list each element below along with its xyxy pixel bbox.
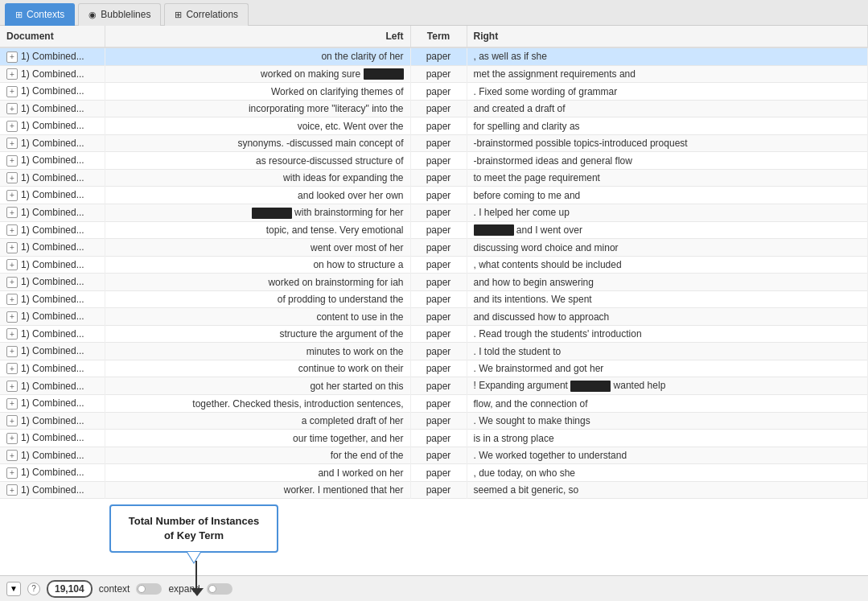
contexts-icon: ⊞ [15,10,23,20]
bottom-bar: ▼ ? 19,104 context expand Total Number o… [0,575,868,601]
doc-cell: +1) Combined... [0,274,105,291]
doc-cell: +1) Combined... [0,221,105,239]
table-row: +1) Combined...content to use in thepape… [0,308,868,326]
doc-label: 1) Combined... [21,328,84,340]
doc-cell: +1) Combined... [0,377,105,395]
doc-cell: +1) Combined... [0,308,105,326]
doc-cell: +1) Combined... [0,325,105,343]
term-cell: paper [410,481,467,499]
doc-label: 1) Combined... [21,51,84,62]
left-cell: went over most of her [105,239,410,257]
table-row: +1) Combined...incorporating more "liter… [0,100,868,117]
help-button[interactable]: ? [27,582,40,595]
right-cell: . I told the student to [467,343,868,360]
row-expand-btn[interactable]: + [6,103,18,114]
right-cell: seemed a bit generic, so [467,481,868,499]
term-cell: paper [410,117,467,135]
left-cell: on the clarity of her [105,47,410,65]
term-cell: paper [410,100,467,117]
term-cell: paper [410,290,467,308]
right-cell: . I helped her come up [467,204,868,221]
row-expand-btn[interactable]: + [6,138,18,149]
right-cell: -brainstormed possible topics-introduced… [467,134,868,152]
row-expand-btn[interactable]: + [6,224,18,236]
doc-label: 1) Combined... [21,397,84,409]
term-cell: paper [410,412,467,430]
table-row: +1) Combined...a completed draft of herp… [0,412,868,430]
term-cell: paper [410,187,467,204]
term-cell: paper [410,325,467,343]
row-expand-btn[interactable]: + [6,277,18,288]
row-expand-btn[interactable]: + [6,484,18,496]
row-expand-btn[interactable]: + [6,381,18,392]
row-expand-btn[interactable]: + [6,328,18,340]
row-expand-btn[interactable]: + [6,121,18,132]
right-cell: and created a draft of [467,100,868,117]
right-cell: , what contents should be included [467,256,868,274]
bubblelines-icon: ◉ [88,10,97,20]
right-cell: . Fixed some wording of grammar [467,83,868,101]
doc-cell: +1) Combined... [0,360,105,377]
row-expand-btn[interactable]: + [6,172,18,183]
doc-label: 1) Combined... [21,224,84,236]
left-cell: continue to work on their [105,360,410,377]
row-expand-btn[interactable]: + [6,242,18,253]
left-cell: got her started on this [105,377,410,395]
correlations-icon: ⊞ [175,10,182,20]
table-row: +1) Combined...on the clarity of herpape… [0,47,868,65]
term-cell: paper [410,134,467,152]
row-expand-btn[interactable]: + [6,346,18,357]
row-expand-btn[interactable]: + [6,433,18,444]
row-expand-btn[interactable]: + [6,294,18,305]
row-expand-btn[interactable]: + [6,51,18,63]
table-row: +1) Combined...as resource-discussed str… [0,152,868,170]
doc-label: 1) Combined... [21,381,84,392]
row-expand-btn[interactable]: + [6,259,18,270]
row-expand-btn[interactable]: + [6,398,18,410]
table-row: +1) Combined...voice, etc. Went over the… [0,117,868,135]
expand-toggle[interactable] [207,583,232,595]
context-label: context [99,583,130,595]
term-cell: paper [410,395,467,413]
col-header-term: Term [410,26,467,47]
table-row: +1) Combined...for the end of thepaper. … [0,447,868,464]
row-expand-btn[interactable]: + [6,68,18,80]
doc-cell: +1) Combined... [0,169,105,187]
left-cell: and I worked on her [105,464,410,482]
redacted-text [252,208,292,219]
table-row: +1) Combined...Worked on clarifying them… [0,83,868,101]
left-cell: with ideas for expanding the [105,169,410,187]
doc-cell: +1) Combined... [0,187,105,204]
term-cell: paper [410,308,467,326]
chevron-down-btn[interactable]: ▼ [6,582,21,596]
doc-cell: +1) Combined... [0,239,105,257]
row-expand-btn[interactable]: + [6,190,18,201]
doc-cell: +1) Combined... [0,481,105,499]
left-cell: a completed draft of her [105,412,410,430]
right-cell: and its intentions. We spent [467,290,868,308]
term-cell: paper [410,239,467,257]
row-expand-btn[interactable]: + [6,311,18,323]
context-toggle[interactable] [136,583,162,595]
row-expand-btn[interactable]: + [6,155,18,167]
tab-contexts[interactable]: ⊞ Contexts [5,3,75,26]
doc-label: 1) Combined... [21,484,84,496]
context-toggle-group [136,583,162,595]
redacted-text [364,68,404,80]
doc-cell: +1) Combined... [0,117,105,135]
tab-correlations[interactable]: ⊞ Correlations [164,3,249,26]
row-expand-btn[interactable]: + [6,86,18,97]
doc-label: 1) Combined... [21,432,84,443]
row-expand-btn[interactable]: + [6,363,18,374]
doc-cell: +1) Combined... [0,65,105,83]
doc-label: 1) Combined... [21,241,84,253]
row-expand-btn[interactable]: + [6,467,18,479]
left-cell: together. Checked thesis, introduction s… [105,395,410,413]
col-header-right: Right [467,26,868,47]
row-expand-btn[interactable]: + [6,415,18,426]
row-expand-btn[interactable]: + [6,207,18,218]
tab-bubblelines[interactable]: ◉ Bubblelines [78,3,161,26]
row-expand-btn[interactable]: + [6,450,18,461]
tooltip-text: Total Number of Instances of Key Term [129,515,259,541]
term-cell: paper [410,221,467,239]
